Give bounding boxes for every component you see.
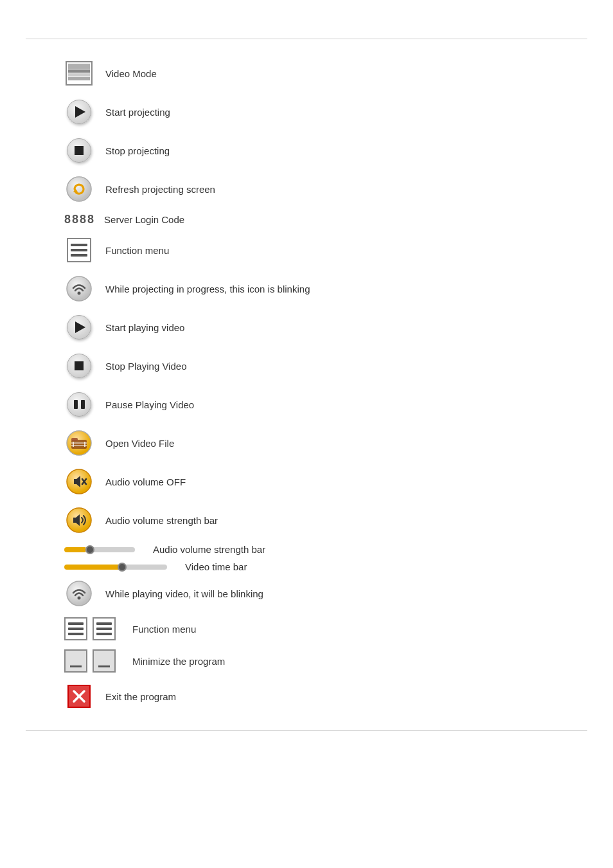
exit-icon-box — [64, 682, 94, 711]
start-projecting-icon-box — [64, 97, 94, 127]
item-audio-off: Audio volume OFF — [64, 467, 562, 496]
item-refresh-projecting: Refresh projecting screen — [64, 174, 562, 204]
audio-strength-icon — [66, 507, 93, 534]
open-file-icon — [66, 429, 93, 457]
stop-projecting-icon-box — [64, 136, 94, 165]
video-mode-label: Video Mode — [105, 68, 157, 79]
minimize-icon1 — [64, 649, 87, 673]
refresh-projecting-icon-box — [64, 174, 94, 204]
minimize-label: Minimize the program — [132, 656, 225, 667]
video-slider-track[interactable] — [64, 565, 167, 570]
start-playing-label: Start playing video — [105, 322, 184, 333]
function-menu-icon-box — [64, 235, 94, 265]
item-stop-playing: Stop Playing Video — [64, 351, 562, 381]
item-playing-blink: While playing video, it will be blinking — [64, 579, 562, 608]
item-audio-strength-icon: Audio volume strength bar — [64, 505, 562, 535]
projecting-blink-icon-box — [64, 274, 94, 303]
item-stop-projecting: Stop projecting — [64, 136, 562, 165]
stop-playing-label: Stop Playing Video — [105, 361, 186, 372]
open-video-label: Open Video File — [105, 438, 174, 449]
minimize-line2 — [98, 665, 110, 667]
item-start-projecting: Start projecting — [64, 97, 562, 127]
play-triangle2-icon — [75, 321, 85, 333]
start-projecting-icon — [67, 100, 91, 124]
item-server-login: 8888 Server Login Code — [64, 213, 562, 226]
server-login-icon: 8888 — [64, 213, 95, 226]
video-slider-knob[interactable] — [118, 563, 127, 572]
function-menu2-icon1 — [64, 617, 87, 640]
function-menu-label: Function menu — [105, 245, 169, 256]
minimize-line1 — [70, 665, 82, 667]
svg-rect-6 — [71, 438, 78, 441]
function-menu2-label: Function menu — [132, 624, 196, 635]
pause-playing-icon-box — [64, 390, 94, 419]
audio-off-label: Audio volume OFF — [105, 476, 186, 487]
svg-point-18 — [78, 597, 81, 600]
svg-point-0 — [67, 177, 91, 201]
audio-off-icon-box — [64, 467, 94, 496]
content-area: Video Mode Start projecting Stop project… — [0, 59, 613, 711]
item-video-slider: Video time bar — [64, 561, 562, 572]
item-function-menu2: Function menu — [64, 617, 562, 640]
projecting-blink-label: While projecting in progress, this icon … — [105, 284, 310, 294]
open-video-icon-box — [64, 428, 94, 458]
item-projecting-blink: While projecting in progress, this icon … — [64, 274, 562, 303]
x-icon — [71, 689, 87, 704]
item-exit: Exit the program — [64, 682, 562, 711]
function-menu2-icons — [64, 617, 123, 640]
refresh-projecting-label: Refresh projecting screen — [105, 184, 215, 195]
item-function-menu: Function menu — [64, 235, 562, 265]
server-login-label: Server Login Code — [104, 214, 184, 225]
stop-playing-icon-box — [64, 351, 94, 381]
item-audio-slider: Audio volume strength bar — [64, 544, 562, 555]
wifi-projecting-icon — [66, 275, 93, 302]
video-time-bar-label: Video time bar — [185, 561, 247, 572]
item-video-mode: Video Mode — [64, 59, 562, 88]
top-divider — [26, 39, 587, 39]
stop-square-icon — [75, 146, 84, 155]
stop-projecting-label: Stop projecting — [105, 145, 170, 156]
audio-strength-bar-label: Audio volume strength bar — [153, 544, 265, 555]
audio-strength-icon-label: Audio volume strength bar — [105, 515, 218, 526]
start-playing-icon-box — [64, 312, 94, 342]
pause-bars-icon — [74, 400, 85, 409]
video-mode-icon-box — [64, 59, 94, 88]
start-playing-icon — [67, 315, 91, 339]
audio-off-icon — [66, 468, 93, 495]
item-start-playing: Start playing video — [64, 312, 562, 342]
minimize-icons — [64, 649, 123, 673]
function-menu-icon — [67, 238, 91, 262]
function-menu2-icon2 — [93, 617, 116, 640]
item-pause-playing: Pause Playing Video — [64, 390, 562, 419]
wifi-playing-icon — [66, 580, 93, 607]
item-minimize: Minimize the program — [64, 649, 562, 673]
pause-playing-icon — [67, 392, 91, 417]
audio-slider-track[interactable] — [64, 547, 135, 552]
pause-playing-label: Pause Playing Video — [105, 399, 194, 410]
svg-point-3 — [78, 292, 81, 295]
exit-icon — [67, 685, 91, 708]
playing-blink-label: While playing video, it will be blinking — [105, 588, 263, 599]
stop-playing-icon — [67, 354, 91, 378]
item-open-video: Open Video File — [64, 428, 562, 458]
video-mode-icon — [66, 61, 93, 86]
refresh-circle-icon — [66, 176, 93, 203]
play-triangle-icon — [75, 106, 85, 118]
minimize-icon2 — [93, 649, 116, 673]
bottom-divider — [26, 730, 587, 731]
audio-strength-icon-box — [64, 505, 94, 535]
start-projecting-label: Start projecting — [105, 107, 170, 118]
stop-square2-icon — [75, 361, 84, 370]
playing-blink-icon-box — [64, 579, 94, 608]
stop-projecting-icon — [67, 138, 91, 163]
audio-slider-knob[interactable] — [85, 545, 94, 554]
exit-label: Exit the program — [105, 691, 176, 702]
